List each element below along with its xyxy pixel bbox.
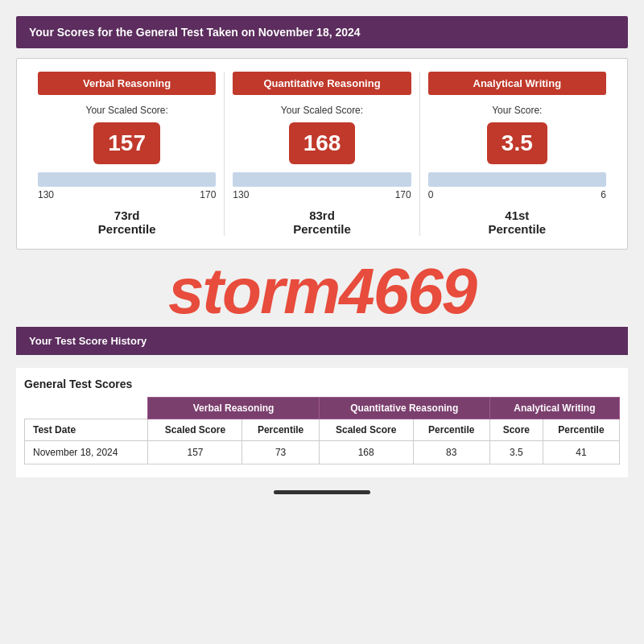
verbal-bar-labels: 130 170 (38, 189, 216, 200)
analytical-group-header: Analytical Writing (489, 397, 619, 419)
verbal-score: 157 (93, 122, 160, 164)
col-header-row: Test Date Scaled Score Percentile Scaled… (25, 419, 620, 440)
analytical-bar-container: 0 6 (428, 172, 606, 200)
scaled-score-1-col-header: Scaled Score (148, 419, 242, 440)
analytical-bar-labels: 0 6 (428, 189, 606, 200)
table-section: General Test Scores Verbal Reasoning Qua… (16, 368, 628, 477)
test-date-col-header: Test Date (25, 419, 148, 440)
analytical-score-label: Your Score: (492, 105, 542, 118)
percentile-1-cell: 73 (242, 440, 319, 464)
percentile-1-col-header: Percentile (242, 419, 319, 440)
verbal-section: Verbal Reasoning Your Scaled Score: 157 … (30, 72, 225, 236)
scaled-score-2-cell: 168 (319, 440, 413, 464)
quantitative-max: 170 (395, 189, 411, 200)
percentile-3-col-header: Percentile (543, 419, 619, 440)
quantitative-bar-container: 130 170 (233, 172, 411, 200)
verbal-max: 170 (200, 189, 216, 200)
percentile-2-cell: 83 (413, 440, 489, 464)
page-wrapper: Your Scores for the General Test Taken o… (0, 0, 644, 510)
verbal-bar-container: 130 170 (38, 172, 216, 200)
header-banner: Your Scores for the General Test Taken o… (16, 16, 628, 48)
group-header-row: Verbal Reasoning Quantitative Reasoning … (25, 397, 620, 419)
quantitative-bar-labels: 130 170 (233, 189, 411, 200)
quantitative-percentile: 83rd Percentile (293, 208, 351, 236)
verbal-min: 130 (38, 189, 54, 200)
watermark-section: storm4669 (16, 259, 628, 327)
quantitative-section: Quantitative Reasoning Your Scaled Score… (225, 72, 419, 236)
analytical-min: 0 (428, 189, 434, 200)
table-row: November 18, 2024 157 73 168 83 3.5 41 (25, 440, 620, 464)
verbal-scaled-label: Your Scaled Score: (86, 105, 168, 118)
analytical-section: Analytical Writing Your Score: 3.5 0 6 4… (420, 72, 614, 236)
verbal-group-header: Verbal Reasoning (148, 397, 319, 419)
quantitative-score: 168 (289, 122, 356, 164)
history-banner: Your Test Score History (16, 327, 628, 355)
quantitative-bar-track (233, 172, 411, 187)
scaled-score-1-cell: 157 (148, 440, 242, 464)
quantitative-min: 130 (233, 189, 249, 200)
scaled-score-2-col-header: Scaled Score (319, 419, 413, 440)
verbal-bar-track (38, 172, 216, 187)
general-scores-title: General Test Scores (24, 368, 620, 397)
analytical-max: 6 (601, 189, 606, 200)
percentile-2-col-header: Percentile (413, 419, 489, 440)
verbal-percentile: 73rd Percentile (98, 208, 156, 236)
analytical-percentile: 41st Percentile (488, 208, 546, 236)
analytical-bar-track (428, 172, 606, 187)
score-col-header: Score (489, 419, 543, 440)
bottom-bar (274, 490, 370, 494)
score-sections: Verbal Reasoning Your Scaled Score: 157 … (30, 72, 614, 236)
verbal-header: Verbal Reasoning (38, 72, 216, 95)
score-card: Verbal Reasoning Your Scaled Score: 157 … (16, 58, 628, 250)
analytical-header: Analytical Writing (428, 72, 606, 95)
quantitative-scaled-label: Your Scaled Score: (281, 105, 363, 118)
analytical-score: 3.5 (487, 122, 547, 164)
table-body: November 18, 2024 157 73 168 83 3.5 41 (25, 440, 620, 464)
scores-table: Verbal Reasoning Quantitative Reasoning … (24, 397, 620, 464)
header-title: Your Scores for the General Test Taken o… (29, 26, 361, 39)
quantitative-group-header: Quantitative Reasoning (319, 397, 489, 419)
history-banner-text: Your Test Score History (29, 335, 147, 347)
percentile-3-cell: 41 (543, 440, 619, 464)
quantitative-header: Quantitative Reasoning (233, 72, 411, 95)
watermark-text: storm4669 (168, 255, 476, 327)
empty-header (25, 397, 148, 419)
test-date-cell: November 18, 2024 (25, 440, 148, 464)
score-cell: 3.5 (489, 440, 543, 464)
